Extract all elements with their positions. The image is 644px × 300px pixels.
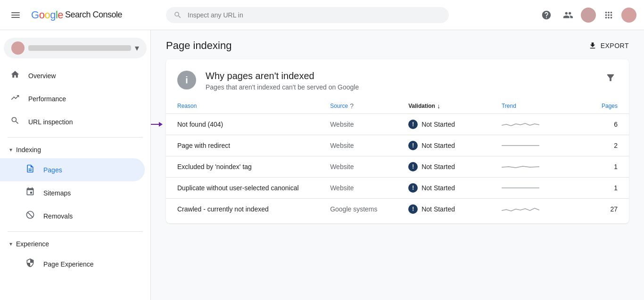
card-title: Why pages aren't indexed — [206, 71, 359, 81]
table-body: Not found (404) Website ! Not Started — [166, 114, 629, 219]
reason-text-2: Excluded by 'noindex' tag — [177, 163, 252, 170]
table-row[interactable]: Excluded by 'noindex' tag Website ! Not … — [166, 156, 629, 178]
source-cell-2: Website — [330, 163, 405, 170]
header-left: G o o g l e Search Console — [8, 8, 158, 22]
reason-text-4: Crawled - currently not indexed — [177, 205, 269, 213]
validation-text-3: Not Started — [421, 184, 455, 192]
google-logo: G o o g l e Search Console — [31, 9, 122, 21]
account-dropdown-icon: ▾ — [135, 43, 139, 53]
table-container: Reason Source ? Validation ↓ Trend Pages — [166, 98, 629, 223]
source-cell-0: Website — [330, 121, 405, 128]
sidebar-item-overview[interactable]: Overview — [0, 64, 145, 87]
table-header: Reason Source ? Validation ↓ Trend Pages — [166, 98, 629, 114]
table-row[interactable]: Crawled - currently not indexed Google s… — [166, 199, 629, 219]
trend-sparkline-2 — [502, 162, 539, 171]
sidebar-item-url-inspection[interactable]: URL inspection — [0, 110, 145, 133]
sidebar-item-url-inspection-label: URL inspection — [28, 118, 73, 126]
reason-cell-1: Page with redirect — [177, 142, 326, 149]
sidebar: ▾ Overview Performance URL inspection — [0, 30, 151, 300]
col-pages-header[interactable]: Pages — [580, 103, 618, 109]
export-icon — [588, 41, 597, 50]
search-icon — [173, 11, 182, 19]
export-button[interactable]: EXPORT — [588, 41, 629, 50]
arrow-line — [151, 124, 159, 125]
admin-button[interactable] — [559, 6, 577, 24]
indexing-section-header[interactable]: ▾ Indexing — [0, 141, 150, 158]
table-row[interactable]: Duplicate without user-selected canonica… — [166, 178, 629, 199]
indexing-section-label: Indexing — [16, 146, 41, 154]
arrow-annotation — [151, 122, 163, 127]
svg-rect-2 — [11, 17, 20, 18]
sidebar-item-removals[interactable]: Removals — [0, 204, 145, 227]
export-label: EXPORT — [601, 42, 629, 49]
sidebar-item-performance[interactable]: Performance — [0, 87, 145, 110]
col-source-label: Source — [330, 103, 348, 109]
main-content: Page indexing EXPORT i Why pages aren't … — [151, 30, 644, 300]
col-reason-header[interactable]: Reason — [177, 103, 326, 109]
reason-cell-0: Not found (404) — [177, 121, 326, 128]
search-bar[interactable] — [166, 7, 449, 23]
card-header: i Why pages aren't indexed Pages that ar… — [166, 59, 629, 98]
trend-cell-1 — [502, 141, 576, 150]
sidebar-item-sitemaps-label: Sitemaps — [43, 189, 71, 197]
help-button[interactable] — [537, 6, 555, 24]
pages-cell-3: 1 — [580, 184, 618, 192]
validation-cell-0: ! Not Started — [408, 120, 498, 129]
col-source-header[interactable]: Source ? — [330, 102, 405, 110]
sidebar-item-page-experience[interactable]: Page Experience — [0, 252, 145, 276]
validation-icon-3: ! — [408, 183, 418, 193]
account-selector[interactable]: ▾ — [4, 38, 147, 58]
svg-rect-1 — [11, 15, 20, 16]
sidebar-item-pages[interactable]: Pages — [0, 158, 145, 181]
arrow-head — [159, 122, 163, 127]
col-pages-label: Pages — [602, 103, 618, 109]
pages-icon — [25, 164, 36, 176]
validation-text-1: Not Started — [421, 142, 455, 149]
experience-section-header[interactable]: ▾ Experience — [0, 235, 150, 252]
logo-o1: o — [39, 9, 45, 21]
validation-sort-icon: ↓ — [437, 102, 440, 110]
search-input[interactable] — [188, 11, 441, 19]
hamburger-button[interactable] — [8, 8, 24, 22]
sidebar-item-page-experience-label: Page Experience — [43, 260, 94, 268]
col-validation-header[interactable]: Validation ↓ — [408, 102, 498, 110]
sidebar-item-sitemaps[interactable]: Sitemaps — [0, 181, 145, 204]
validation-icon-0: ! — [408, 120, 418, 129]
apps-button[interactable] — [600, 6, 618, 24]
col-trend-header[interactable]: Trend — [502, 103, 576, 109]
validation-cell-1: ! Not Started — [408, 141, 498, 150]
main-layout: ▾ Overview Performance URL inspection — [0, 30, 644, 300]
product-name: Search Console — [65, 10, 122, 20]
validation-cell-3: ! Not Started — [408, 183, 498, 193]
validation-cell-4: ! Not Started — [408, 204, 498, 214]
validation-cell-2: ! Not Started — [408, 162, 498, 171]
page-experience-icon — [25, 258, 36, 270]
card-subtitle: Pages that aren't indexed can't be serve… — [206, 83, 359, 91]
pages-cell-1: 2 — [580, 142, 618, 149]
filter-button[interactable] — [603, 71, 618, 87]
experience-section-label: Experience — [16, 240, 49, 248]
reason-text-1: Page with redirect — [177, 142, 230, 149]
pages-cell-4: 27 — [580, 205, 618, 213]
trend-cell-0 — [502, 120, 576, 129]
source-cell-1: Website — [330, 142, 405, 149]
trend-sparkline-1 — [502, 141, 539, 150]
table-row[interactable]: Not found (404) Website ! Not Started — [166, 114, 629, 135]
validation-icon-4: ! — [408, 204, 418, 214]
logo-e: e — [58, 9, 63, 21]
validation-icon-2: ! — [408, 162, 418, 171]
trend-cell-2 — [502, 162, 576, 171]
sidebar-item-removals-label: Removals — [43, 212, 73, 220]
col-validation-label: Validation — [408, 103, 435, 109]
sidebar-divider-1 — [8, 137, 143, 138]
account-avatar[interactable] — [621, 8, 636, 23]
sitemaps-icon — [25, 187, 36, 199]
reason-cell-4: Crawled - currently not indexed — [177, 205, 326, 213]
trend-sparkline-0 — [502, 120, 539, 129]
account-selector-name — [28, 45, 131, 51]
card-header-text: Why pages aren't indexed Pages that aren… — [206, 71, 359, 91]
logo-g2: g — [50, 9, 56, 21]
info-icon-circle: i — [177, 71, 196, 89]
table-row[interactable]: Page with redirect Website ! Not Started — [166, 135, 629, 156]
profile-avatar-small[interactable] — [581, 8, 596, 23]
